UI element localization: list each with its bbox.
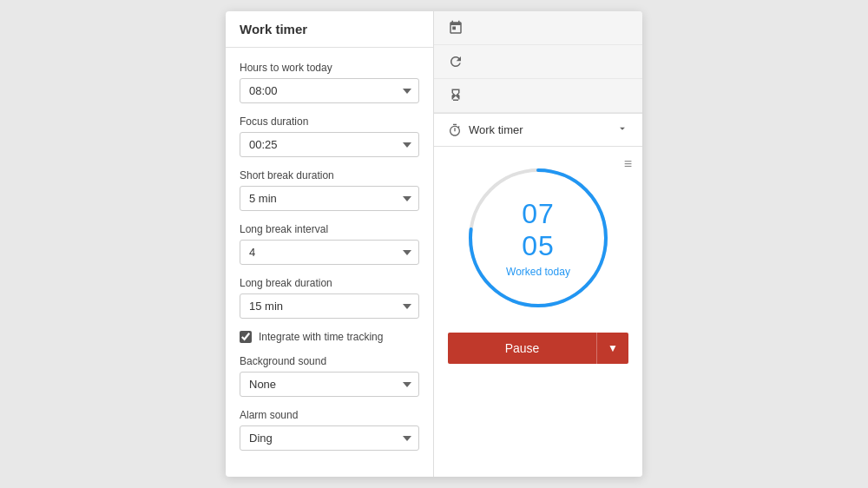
left-panel: Work timer Hours to work today 08:00 06:…: [226, 11, 434, 477]
menu-icon[interactable]: ≡: [624, 157, 632, 171]
select-short-break[interactable]: 5 min 3 min 10 min 15 min: [240, 186, 419, 211]
field-long-break-interval: Long break interval 4 2 3 5 6: [240, 223, 419, 265]
field-long-break-duration: Long break duration 15 min 10 min 20 min…: [240, 277, 419, 319]
calendar-icon-row[interactable]: [434, 11, 642, 45]
select-alarm-sound[interactable]: Ding None Bell Chime: [240, 425, 419, 451]
chevron-down-icon: [616, 122, 628, 135]
hourglass-icon-row[interactable]: [434, 79, 642, 113]
timer-body: ≡ 07 05 Worked today Pause ▼: [434, 147, 642, 477]
right-icon-list: [434, 11, 642, 114]
field-alarm-sound: Alarm sound Ding None Bell Chime: [240, 409, 419, 451]
refresh-icon-row[interactable]: [434, 45, 642, 79]
integrate-checkbox-group: Integrate with time tracking: [240, 331, 419, 343]
field-short-break: Short break duration 5 min 3 min 10 min …: [240, 169, 419, 211]
left-panel-title: Work timer: [226, 11, 433, 48]
select-hours-to-work[interactable]: 08:00 06:00 07:00 09:00 10:00: [240, 78, 419, 103]
pause-button-container: Pause ▼: [448, 333, 628, 364]
timer-header-title: Work timer: [469, 123, 523, 136]
label-focus-duration: Focus duration: [240, 115, 419, 128]
label-short-break: Short break duration: [240, 169, 419, 181]
select-long-break-duration[interactable]: 15 min 10 min 20 min 30 min: [240, 293, 419, 319]
label-alarm-sound: Alarm sound: [240, 409, 419, 421]
left-panel-content: Hours to work today 08:00 06:00 07:00 09…: [226, 48, 433, 477]
timer-worked-label: Worked today: [502, 266, 575, 278]
timer-center: 07 05 Worked today: [502, 198, 575, 278]
field-focus-duration: Focus duration 00:25 00:15 00:20 00:30 0…: [240, 115, 419, 157]
timer-circle: 07 05 Worked today: [464, 164, 612, 312]
timer-header-left: Work timer: [448, 123, 523, 137]
label-background-sound: Background sound: [240, 355, 419, 367]
timer-header-chevron: [616, 122, 628, 137]
select-background-sound[interactable]: None Rain Cafe White noise: [240, 372, 419, 397]
right-panel: Work timer ≡ 07 05 Worked today: [434, 11, 642, 477]
timer-header-icon: [448, 123, 462, 137]
integrate-checkbox[interactable]: [240, 331, 252, 343]
field-background-sound: Background sound None Rain Cafe White no…: [240, 355, 419, 397]
field-hours-to-work: Hours to work today 08:00 06:00 07:00 09…: [240, 62, 419, 103]
integrate-checkbox-label: Integrate with time tracking: [259, 331, 383, 343]
app-container: Work timer Hours to work today 08:00 06:…: [226, 11, 642, 477]
calendar-icon: [448, 20, 464, 36]
select-long-break-interval[interactable]: 4 2 3 5 6: [240, 240, 419, 265]
label-hours-to-work: Hours to work today: [240, 62, 419, 74]
pause-dropdown-button[interactable]: ▼: [596, 333, 628, 364]
select-focus-duration[interactable]: 00:25 00:15 00:20 00:30 00:45: [240, 132, 419, 157]
pause-button[interactable]: Pause: [448, 333, 596, 364]
hourglass-icon: [448, 88, 464, 103]
refresh-icon: [448, 54, 464, 69]
timer-header[interactable]: Work timer: [434, 114, 642, 147]
label-long-break-interval: Long break interval: [240, 223, 419, 235]
timer-time-display: 07 05: [502, 198, 575, 262]
label-long-break-duration: Long break duration: [240, 277, 419, 289]
